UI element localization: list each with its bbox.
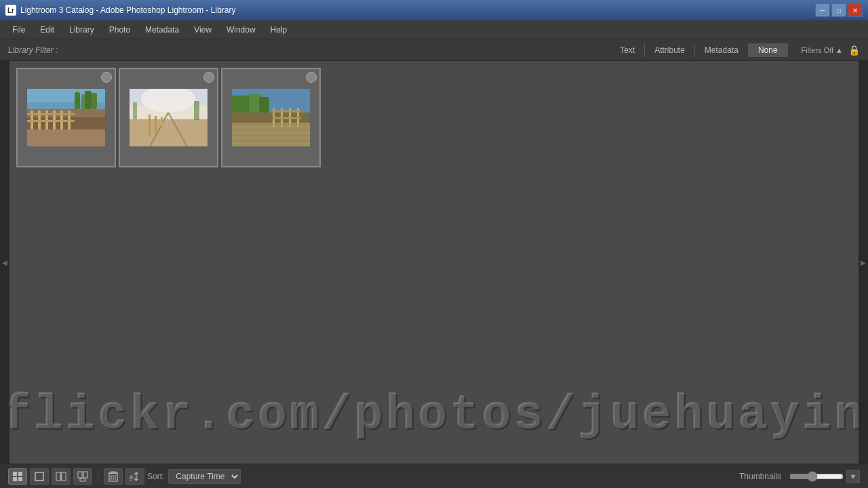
lock-icon[interactable]: 🔒 (848, 45, 860, 56)
thumbnail-image-3 (232, 89, 310, 146)
toolbar-separator-1 (98, 470, 98, 483)
window-controls: ─ □ ✕ (815, 3, 863, 17)
svg-rect-5 (92, 93, 97, 109)
svg-rect-54 (83, 472, 87, 478)
svg-rect-41 (232, 124, 310, 125)
svg-rect-44 (232, 140, 310, 142)
left-panel-toggle[interactable]: ◀ (0, 61, 9, 464)
main-area: ◀ (0, 61, 868, 464)
svg-rect-42 (232, 129, 310, 131)
filter-attribute-button[interactable]: Attribute (645, 43, 695, 57)
sort-order-button[interactable]: A Z (125, 468, 144, 485)
svg-rect-24 (155, 116, 157, 133)
thumbnail-badge-2 (203, 72, 214, 83)
close-button[interactable]: ✕ (848, 3, 863, 17)
svg-rect-26 (167, 118, 168, 128)
svg-rect-50 (56, 472, 60, 481)
thumbnails-label: Thumbnails (739, 472, 781, 481)
menu-view[interactable]: View (187, 22, 218, 37)
filter-metadata-button[interactable]: Metadata (695, 43, 749, 57)
filter-none-button[interactable]: None (749, 43, 788, 57)
filter-text-button[interactable]: Text (610, 43, 645, 57)
compare-view-button[interactable] (52, 468, 71, 485)
menu-library[interactable]: Library (62, 22, 101, 37)
title-bar: Lr Lightroom 3 Catalog - Adobe Photoshop… (0, 0, 868, 20)
svg-rect-14 (27, 113, 75, 115)
svg-rect-58 (111, 472, 115, 473)
sort-label: Sort: (147, 472, 164, 481)
menu-file[interactable]: File (5, 22, 32, 37)
svg-rect-32 (259, 97, 269, 113)
svg-rect-51 (62, 472, 66, 481)
svg-rect-23 (149, 115, 151, 135)
svg-rect-55 (80, 479, 85, 481)
svg-rect-2 (75, 92, 80, 109)
svg-rect-15 (27, 120, 75, 122)
svg-rect-20 (130, 119, 208, 146)
minimize-button[interactable]: ─ (815, 3, 830, 17)
thumbnail-image-2 (130, 89, 208, 146)
thumbnail-2[interactable] (119, 68, 218, 167)
svg-rect-27 (133, 102, 137, 119)
thumbnail-badge-1 (101, 72, 112, 83)
sort-area: Sort: Capture Time Added Order File Name… (147, 469, 241, 484)
filters-off-label[interactable]: Filters Off ▲ (802, 46, 843, 54)
filter-label: Library Filter : (8, 45, 58, 55)
menu-photo[interactable]: Photo (102, 22, 137, 37)
thumbnail-image-1 (27, 89, 105, 146)
svg-rect-40 (273, 117, 301, 119)
svg-rect-47 (13, 477, 17, 481)
grid-area: flickr.com/photos/juehuayin (9, 61, 859, 464)
maximize-button[interactable]: □ (831, 3, 846, 17)
sort-select[interactable]: Capture Time Added Order File Name Ratin… (168, 469, 241, 484)
loupe-view-button[interactable] (30, 468, 49, 485)
thumbnail-1[interactable] (16, 68, 116, 167)
thumbnails-container (9, 61, 859, 174)
thumbnail-size-slider[interactable] (789, 471, 844, 482)
svg-rect-43 (232, 135, 310, 136)
svg-rect-25 (161, 117, 163, 131)
svg-rect-53 (78, 472, 82, 478)
bottom-toolbar: A Z Sort: Capture Time Added Order File … (0, 464, 868, 488)
svg-rect-49 (35, 472, 43, 481)
menu-help[interactable]: Help (264, 22, 294, 37)
watermark-area: flickr.com/photos/juehuayin (9, 388, 859, 443)
panel-dropdown-button[interactable]: ▼ (846, 470, 860, 483)
grid-view-button[interactable] (8, 468, 27, 485)
menu-edit[interactable]: Edit (33, 22, 61, 37)
watermark-text: flickr.com/photos/juehuayin (9, 388, 859, 443)
svg-rect-4 (85, 91, 92, 109)
svg-rect-46 (18, 472, 22, 476)
svg-rect-48 (18, 477, 22, 481)
window-title: Lightroom 3 Catalog - Adobe Photoshop Li… (20, 5, 815, 15)
menu-window[interactable]: Window (220, 22, 262, 37)
svg-rect-39 (273, 110, 301, 113)
filter-bar: Library Filter : Text Attribute Metadata… (0, 39, 868, 61)
svg-text:Z: Z (130, 478, 132, 482)
svg-rect-28 (194, 101, 199, 120)
svg-rect-16 (27, 129, 105, 146)
delete-button[interactable] (104, 468, 123, 485)
thumbnail-3[interactable] (221, 68, 321, 167)
svg-rect-45 (13, 472, 17, 476)
app-icon: Lr (5, 5, 16, 16)
menu-bar: File Edit Library Photo Metadata View Wi… (0, 20, 868, 39)
survey-view-button[interactable] (73, 468, 92, 485)
thumbnail-badge-3 (306, 72, 317, 83)
right-panel-toggle[interactable]: ▶ (859, 61, 868, 464)
menu-metadata[interactable]: Metadata (138, 22, 186, 37)
